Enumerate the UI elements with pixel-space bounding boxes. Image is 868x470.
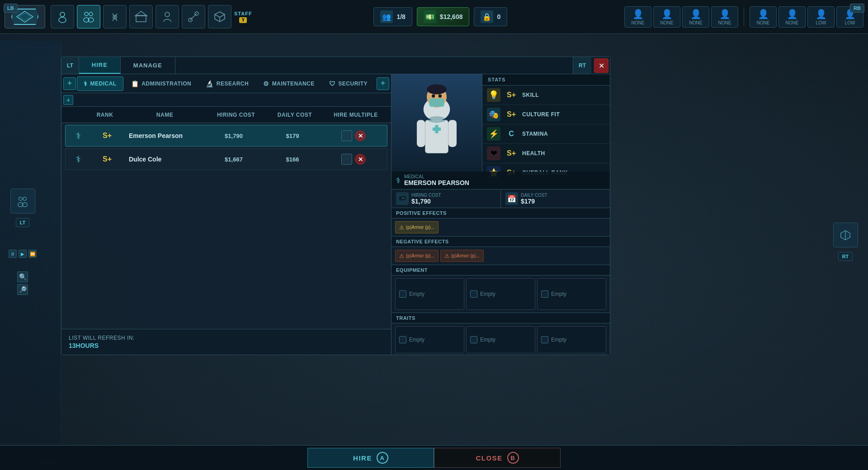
nav-icon-btn-person[interactable] [156, 5, 179, 28]
emerson-name: Emerson Pearson [125, 132, 204, 139]
daily-cost-info: DAILY COST $179 [521, 193, 547, 205]
zoom-out-btn[interactable]: 🔎 [17, 284, 28, 295]
col-header-hiring-cost: HIRING COST [207, 112, 265, 118]
lock-icon: 🔒 [481, 10, 493, 23]
play-btn[interactable]: ▶ [19, 250, 27, 258]
equip-slot-1[interactable]: Empty [395, 278, 464, 310]
agent-label-2: NONE [660, 20, 674, 25]
svg-point-16 [19, 197, 22, 200]
cat-tab-security[interactable]: 🛡 SECURITY [322, 76, 374, 91]
nav-icon-btn-staff[interactable] [77, 5, 100, 28]
dulce-hire-x-btn[interactable]: ✕ [355, 154, 366, 165]
cat-tab-administration[interactable]: 📋 ADMINISTRATION [124, 76, 198, 91]
agent-label-1: NONE [632, 20, 645, 25]
equip-label-3: Empty [551, 291, 566, 297]
stat-row-culture: 🎭 S+ CULTURE FIT [482, 105, 610, 124]
svg-rect-27 [429, 99, 444, 107]
cat-plus-right[interactable]: + [377, 77, 389, 90]
equip-slot-2[interactable]: Empty [466, 278, 535, 310]
staff-row-emerson[interactable]: ⚕ S+ Emerson Pearson $1,790 $179 ✕ [65, 125, 387, 147]
left-panel-people-icon[interactable] [10, 189, 35, 214]
svg-point-24 [427, 85, 447, 95]
pos-effect-label-1: (p)Armor (p)... [406, 225, 434, 230]
agent-btn-6[interactable]: 👤 NONE [778, 6, 806, 28]
modal-tabs: LT HIRE MANAGE RT ✕ [61, 57, 610, 74]
pause-btn[interactable]: ⏸ [9, 250, 17, 258]
agent-btn-5[interactable]: 👤 NONE [750, 6, 777, 28]
health-icon: ❤ [487, 147, 500, 160]
medical-icon: ⚕ [84, 80, 88, 87]
equipment-header: EQUIPMENT [392, 265, 610, 275]
emerson-hire-x-btn[interactable]: ✕ [355, 130, 366, 141]
nav-icon-btn-buildings[interactable] [129, 5, 153, 28]
playback-row: ⏸ ▶ ⏩ [9, 250, 37, 258]
cat-tab-medical[interactable]: ⚕ MEDICAL [77, 76, 123, 91]
svg-point-26 [439, 95, 442, 98]
modal-lt-label: LT [61, 57, 79, 74]
agent-label-5: NONE [757, 20, 770, 25]
nav-icon-btn-research[interactable] [103, 5, 127, 28]
hiring-cost-icon: 🏷 [396, 192, 409, 205]
nav-icon-btn-creatures[interactable] [51, 5, 74, 28]
neg-effect-label-2: (p)Armor (p)... [451, 253, 480, 258]
lt-badge[interactable]: LT [16, 218, 30, 227]
dulce-hire-toggle[interactable] [341, 154, 352, 165]
close-button[interactable]: CLOSE B [434, 448, 561, 468]
zoom-in-btn[interactable]: 🔍 [17, 271, 28, 282]
playback-controls: ⏸ ▶ ⏩ [9, 250, 37, 258]
agent-btn-1[interactable]: 👤 NONE [624, 6, 651, 28]
cost-row: 🏷 HIRING COST $1,790 📅 DAILY COST $179 [392, 190, 610, 208]
trait-label-3: Empty [551, 337, 566, 343]
trait-checkbox-3 [541, 336, 548, 343]
pos-effect-icon-1: ⚠ [399, 224, 404, 231]
agent-btn-2[interactable]: 👤 NONE [653, 6, 680, 28]
nav-icon-btn-box[interactable] [208, 5, 231, 28]
cat-tab-research[interactable]: 🔬 RESEARCH [199, 76, 255, 91]
agent-icon-4: 👤 [719, 9, 731, 19]
stat-money: 💵 $12,608 [417, 7, 470, 26]
extra-plus-btn[interactable]: + [63, 95, 73, 105]
right-panel-icon[interactable] [833, 223, 858, 247]
svg-rect-30 [417, 120, 425, 147]
agent-btn-3[interactable]: 👤 NONE [682, 6, 709, 28]
trait-slot-2[interactable]: Empty [466, 326, 535, 353]
hire-button[interactable]: HIRE A [307, 448, 434, 468]
modal-close-button[interactable]: ✕ [594, 58, 609, 73]
trait-slot-3[interactable]: Empty [537, 326, 606, 353]
staff-row-dulce[interactable]: ⚕ S+ Dulce Cole $1,667 $166 ✕ [65, 148, 387, 170]
nav-icon-btn-tools[interactable] [182, 5, 205, 28]
staff-label: STAFF [234, 11, 252, 16]
cat-plus-left[interactable]: + [63, 77, 76, 90]
emerson-hiring-cost: $1,790 [204, 133, 263, 139]
staff-list-panel: + ⚕ MEDICAL 📋 ADMINISTRATION 🔬 RESEARCH … [61, 74, 392, 355]
svg-point-4 [85, 12, 88, 16]
agent-btn-4[interactable]: 👤 NONE [711, 6, 738, 28]
character-figure [392, 74, 482, 171]
ffwd-btn[interactable]: ⏩ [28, 250, 37, 258]
culture-grade: S+ [504, 110, 519, 119]
agent-icon-6: 👤 [787, 9, 798, 19]
cat-tab-maintenance[interactable]: ⚙ MAINTENANCE [256, 76, 321, 91]
rb-corner: RB [850, 4, 864, 13]
col-header-rank: RANK [87, 112, 123, 118]
agent-label-6: NONE [786, 20, 799, 25]
crew-value: 1/8 [396, 13, 405, 20]
trait-checkbox-1 [399, 336, 406, 343]
negative-effect-1: ⚠ (p)Armor (p)... [395, 250, 439, 262]
emerson-hire-toggle[interactable] [341, 130, 352, 141]
rt-badge-right[interactable]: RT [838, 252, 853, 261]
crew-icon: 👥 [380, 10, 393, 23]
hire-label: HIRE [353, 454, 372, 462]
lock-value: 0 [497, 13, 500, 20]
equip-slot-3[interactable]: Empty [537, 278, 606, 310]
trait-slot-1[interactable]: Empty [395, 326, 464, 353]
lb-corner: LB [4, 4, 18, 13]
research-icon: 🔬 [206, 80, 214, 87]
agent-btn-7[interactable]: 👤 LOW [807, 6, 835, 28]
tab-hire[interactable]: HIRE [79, 57, 121, 74]
tab-manage[interactable]: MANAGE [121, 57, 175, 74]
equip-checkbox-1 [399, 290, 406, 298]
bottom-action-bar: HIRE A CLOSE B [0, 445, 868, 470]
portrait-area [392, 74, 482, 171]
emerson-rank: S+ [89, 132, 125, 140]
